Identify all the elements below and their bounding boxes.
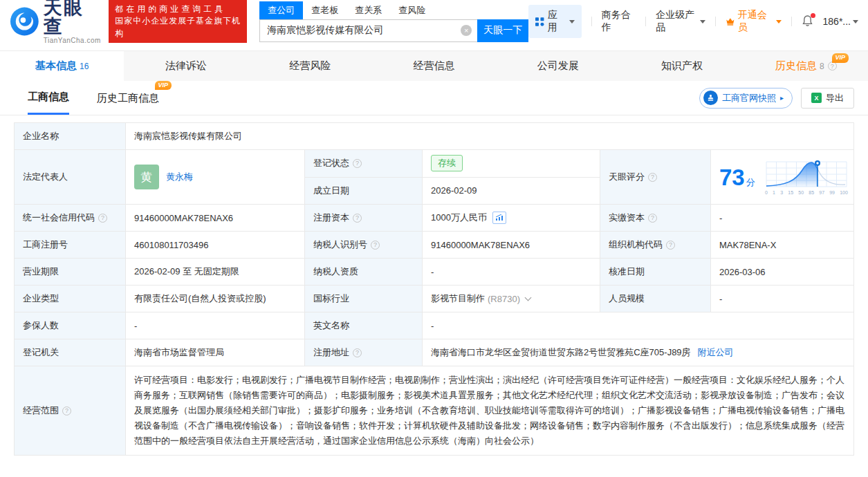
label-text: 经营范围	[23, 404, 59, 417]
field-business-scope-value: 许可经营项目：电影发行；电视剧发行；广播电视节目制作经营；电视剧制作；营业性演出…	[126, 366, 853, 455]
field-reg-capital-value: 1000万人民币	[423, 205, 600, 231]
help-icon[interactable]: ?	[62, 406, 71, 415]
field-staff-size-value: -	[711, 286, 853, 312]
field-legal-rep-label: 法定代表人	[15, 150, 126, 204]
field-approval-date-label: 核准日期	[600, 259, 711, 285]
nav-user-account[interactable]: 186*...	[823, 16, 858, 27]
help-icon[interactable]: ?	[828, 62, 837, 71]
tab-label: 知识产权	[661, 59, 703, 73]
nav-membership[interactable]: 开通会员	[726, 9, 782, 34]
chevron-down-icon[interactable]	[525, 294, 532, 301]
official-snapshot-button[interactable]: 工商官网快照 ▸	[699, 88, 793, 109]
field-approval-date-value: 2026-03-06	[711, 259, 853, 285]
top-header: 天眼查 TianYanCha.com 都在用的商业查询工具 国家中小企业发展子基…	[0, 0, 868, 43]
tab-legal-litigation[interactable]: 法律诉讼	[124, 51, 248, 81]
field-establish-date-value: 2026-02-09	[423, 178, 600, 205]
subtab-history-business-info[interactable]: VIP 历史工商信息	[97, 82, 159, 114]
field-credit-code-value: 91460000MAK78ENAX6	[126, 205, 305, 231]
field-business-term-value: 2026-02-09 至 无固定期限	[126, 259, 305, 285]
label-text: 实缴资本	[609, 212, 645, 224]
field-industry-value: 影视节目制作 (R8730)	[423, 286, 600, 312]
tab-intellectual-property[interactable]: 知识产权	[620, 51, 744, 81]
help-icon[interactable]: ?	[98, 214, 107, 223]
notification-dot	[811, 13, 815, 18]
table-row: 参保人数 - 英文名称 -	[15, 312, 853, 339]
search-button[interactable]: 天眼一下	[477, 19, 528, 42]
table-row: 经营范围 ? 许可经营项目：电影发行；电视剧发行；广播电视节目制作经营；电视剧制…	[15, 366, 853, 455]
field-industry-label: 国标行业	[305, 286, 423, 312]
label-text: 天眼评分	[609, 171, 645, 183]
subtab-business-info[interactable]: 工商信息	[28, 81, 69, 115]
apps-grid-icon	[535, 17, 544, 27]
nav-apps[interactable]: 应用	[528, 5, 582, 38]
tab-count: 8	[820, 62, 824, 71]
label-text: 组织机构代码	[609, 238, 663, 251]
help-icon[interactable]: ?	[353, 159, 362, 168]
notifications-bell[interactable]	[802, 15, 813, 29]
table-row: 统一社会信用代码 ? 91460000MAK78ENAX6 注册资本 ? 100…	[15, 205, 853, 232]
help-icon[interactable]: ?	[371, 241, 380, 250]
industry-code: (R8730)	[488, 294, 520, 304]
brand-slogan: 都在用的商业查询工具 国家中小企业发展子基金旗下机构	[109, 0, 247, 43]
search-tab-company[interactable]: 查公司	[259, 1, 303, 19]
field-legal-rep-value: 黄 黄永梅	[126, 150, 305, 204]
table-row: 登记机关 海南省市场监督管理局 注册地址 ? 海南省海口市龙华区金贸街道世贸东路…	[15, 339, 853, 366]
label-text: 注册资本	[313, 212, 349, 224]
help-icon[interactable]: ?	[648, 173, 657, 182]
nav-cooperation[interactable]: 商务合作	[602, 9, 636, 34]
field-reg-address-value: 海南省海口市龙华区金贸街道世贸东路2号世贸雅苑C座705-J89房 附近公司	[423, 339, 853, 366]
tab-company-development[interactable]: 公司发展	[496, 51, 620, 81]
nav-enterprise[interactable]: 企业级产品	[656, 9, 705, 34]
field-reg-address-label: 注册地址 ?	[305, 339, 423, 366]
label-text: 统一社会信用代码	[23, 212, 95, 224]
field-taxpayer-id-value: 91460000MAK78ENAX6	[423, 232, 600, 258]
slogan-line1: 都在用的商业查询工具	[115, 3, 241, 15]
tab-basic-info[interactable]: 基本信息 16	[0, 51, 124, 81]
search-input[interactable]	[260, 20, 477, 41]
field-paid-capital-value: -	[711, 205, 853, 231]
vip-badge: VIP	[155, 81, 172, 91]
tab-count: 16	[80, 62, 89, 71]
field-org-code-label: 组织机构代码 ?	[600, 232, 711, 258]
search-tab-risk[interactable]: 查风险	[390, 1, 434, 19]
legal-rep-avatar[interactable]: 黄	[134, 165, 159, 189]
field-reg-status-label: 登记状态 ?	[305, 150, 423, 177]
divider	[645, 17, 646, 26]
help-icon[interactable]: ?	[648, 214, 657, 223]
snapshot-label: 工商官网快照	[722, 92, 776, 104]
field-reg-number-value: 460108011703496	[126, 232, 305, 258]
search-tab-boss[interactable]: 查老板	[303, 1, 347, 19]
subtab-label: 历史工商信息	[97, 92, 159, 104]
tab-operation-info[interactable]: 经营信息	[372, 51, 496, 81]
tab-label: 基本信息	[35, 59, 77, 73]
field-company-name-value: 海南宸恺影视传媒有限公司	[126, 123, 853, 149]
field-business-scope-label: 经营范围 ?	[15, 366, 126, 455]
nearby-companies-link[interactable]: 附近公司	[698, 346, 734, 359]
field-reg-status-value: 存续	[423, 150, 600, 177]
tab-label: 历史信息	[775, 59, 817, 73]
help-icon[interactable]: ?	[353, 348, 362, 357]
capital-trend-icon[interactable]	[492, 212, 506, 224]
help-icon[interactable]: ?	[666, 241, 675, 250]
table-row: 营业期限 2026-02-09 至 无固定期限 纳税人资质 - 核准日期 202…	[15, 259, 853, 286]
table-row: 企业名称 海南宸恺影视传媒有限公司	[15, 123, 853, 150]
field-establish-date-label: 成立日期	[305, 178, 423, 205]
value-text: 影视节目制作	[431, 292, 485, 305]
tab-label: 公司发展	[537, 59, 579, 73]
search-tab-relation[interactable]: 查关系	[347, 1, 390, 19]
field-taxpayer-quality-label: 纳税人资质	[305, 259, 423, 285]
status-badge: 存续	[431, 155, 463, 171]
brand-domain: TianYanCha.com	[44, 37, 102, 44]
legal-rep-name-link[interactable]: 黄永梅	[166, 171, 193, 183]
export-button[interactable]: X 导出	[801, 88, 854, 109]
field-reg-authority-label: 登记机关	[15, 339, 126, 366]
score-number: 73	[719, 166, 745, 189]
score-distribution-chart: 0131550859799100	[765, 159, 848, 195]
tianyancha-logo[interactable]: 天眼查 TianYanCha.com	[10, 0, 102, 44]
search-tabs: 查公司 查老板 查关系 查风险	[259, 1, 528, 19]
chevron-down-icon	[700, 20, 705, 24]
tab-history-info[interactable]: VIP 历史信息 8 ?	[744, 51, 868, 81]
business-info-table: 企业名称 海南宸恺影视传媒有限公司 法定代表人 黄 黄永梅 登记状态 ? 存续 …	[14, 122, 854, 456]
tab-operation-risk[interactable]: 经营风险	[248, 51, 372, 81]
help-icon[interactable]: ?	[353, 214, 362, 223]
